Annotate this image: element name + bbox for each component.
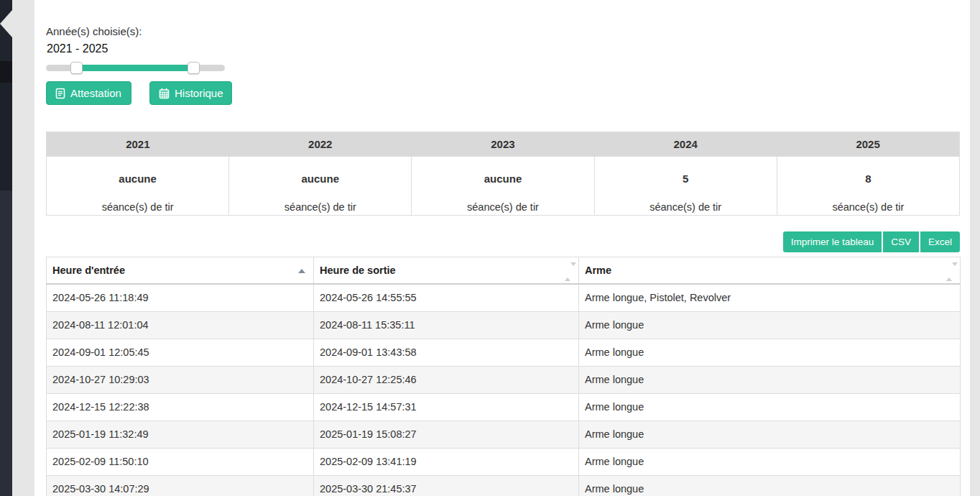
entry-time-cell: 2024-05-26 11:18:49 xyxy=(47,284,314,312)
session-row: 2025-03-30 14:07:29 2025-03-30 21:45:37 … xyxy=(47,475,961,496)
sidebar-segment xyxy=(0,83,12,190)
entry-time-cell: 2024-09-01 12:05:45 xyxy=(47,339,314,366)
slider-handle-max[interactable] xyxy=(188,62,200,74)
print-table-button[interactable]: Imprimer le tableau xyxy=(783,231,882,252)
summary-year-header: 2025 xyxy=(777,132,959,157)
summary-cell: 8 séance(s) de tir xyxy=(777,157,959,216)
exit-time-cell: 2024-10-27 12:25:46 xyxy=(314,366,579,393)
entry-time-cell: 2025-01-19 11:32:49 xyxy=(47,421,314,448)
entry-time-cell: 2025-02-09 11:50:10 xyxy=(47,448,314,475)
session-row: 2024-05-26 11:18:49 2024-05-26 14:55:55 … xyxy=(47,284,961,312)
content-card: Année(s) choisie(s): 2021 - 2025 Attesta… xyxy=(34,0,970,496)
historique-button-label: Historique xyxy=(175,87,223,99)
session-row: 2024-12-15 12:22:38 2024-12-15 14:57:31 … xyxy=(47,393,961,421)
year-range-slider[interactable] xyxy=(46,61,225,75)
exit-time-cell: 2024-09-01 13:43:58 xyxy=(314,339,579,366)
session-row: 2024-09-01 12:05:45 2024-09-01 13:43:58 … xyxy=(47,339,961,366)
exit-time-cell: 2024-05-26 14:55:55 xyxy=(314,284,579,312)
weapon-cell: Arme longue, Pistolet, Revolver xyxy=(579,284,961,312)
sidebar xyxy=(0,0,12,496)
summary-year-header: 2022 xyxy=(229,132,412,157)
exit-time-cell: 2025-02-09 13:41:19 xyxy=(314,448,579,475)
weapon-cell: Arme longue xyxy=(579,366,961,393)
summary-year-header: 2024 xyxy=(594,132,777,157)
summary-body-row: aucune séance(s) de tir aucune séance(s)… xyxy=(47,157,960,216)
weapon-cell: Arme longue xyxy=(579,448,961,475)
exit-time-cell: 2025-03-30 21:45:37 xyxy=(314,475,579,496)
sessions-table: Heure d'entrée Heure de sortie Arme 2024… xyxy=(46,257,961,496)
year-range-value: 2021 - 2025 xyxy=(47,42,108,55)
session-unit-label: séance(s) de tir xyxy=(595,201,777,213)
session-unit-label: séance(s) de tir xyxy=(47,201,228,213)
column-header-label: Arme xyxy=(585,265,611,276)
export-toolbar: Imprimer le tableau CSV Excel xyxy=(783,231,960,252)
session-unit-label: séance(s) de tir xyxy=(777,201,959,213)
sessions-header-row: Heure d'entrée Heure de sortie Arme xyxy=(47,257,961,284)
summary-cell: 5 séance(s) de tir xyxy=(594,157,777,216)
weapon-cell: Arme longue xyxy=(579,339,961,366)
session-count: 8 xyxy=(777,173,959,185)
sort-unsorted-icon xyxy=(565,266,570,277)
column-header-arme[interactable]: Arme xyxy=(579,257,961,284)
summary-header-row: 2021 2022 2023 2024 2025 xyxy=(47,132,960,157)
exit-time-cell: 2025-01-19 15:08:27 xyxy=(314,421,579,448)
entry-time-cell: 2025-03-30 14:07:29 xyxy=(47,475,314,496)
sort-unsorted-icon xyxy=(946,266,952,277)
summary-year-header: 2021 xyxy=(47,132,229,157)
session-row: 2024-10-27 10:29:03 2024-10-27 12:25:46 … xyxy=(47,366,961,393)
column-header-heure-entree[interactable]: Heure d'entrée xyxy=(47,257,314,284)
column-header-label: Heure de sortie xyxy=(320,265,396,276)
slider-handle-min[interactable] xyxy=(70,62,83,74)
session-row: 2024-08-11 12:01:04 2024-08-11 15:35:11 … xyxy=(47,311,961,339)
attestation-button[interactable]: Attestation xyxy=(46,81,131,105)
summary-cell: aucune séance(s) de tir xyxy=(412,157,594,216)
entry-time-cell: 2024-12-15 12:22:38 xyxy=(47,393,314,421)
slider-selected-range xyxy=(76,65,194,71)
column-header-heure-sortie[interactable]: Heure de sortie xyxy=(314,257,579,284)
historique-button[interactable]: Historique xyxy=(149,81,232,105)
excel-export-button[interactable]: Excel xyxy=(920,231,960,252)
csv-export-button[interactable]: CSV xyxy=(883,231,919,252)
collapse-sidebar-arrow-icon[interactable] xyxy=(0,10,12,37)
exit-time-cell: 2024-12-15 14:57:31 xyxy=(314,393,579,421)
weapon-cell: Arme longue xyxy=(579,421,961,448)
weapon-cell: Arme longue xyxy=(579,475,961,496)
document-icon xyxy=(55,88,65,99)
summary-cell: aucune séance(s) de tir xyxy=(229,157,412,216)
entry-time-cell: 2024-08-11 12:01:04 xyxy=(47,311,314,339)
sidebar-segment xyxy=(0,190,12,496)
yearly-summary-table: 2021 2022 2023 2024 2025 aucune séance(s… xyxy=(46,132,960,216)
entry-time-cell: 2024-10-27 10:29:03 xyxy=(47,366,314,393)
session-count: aucune xyxy=(47,173,228,185)
weapon-cell: Arme longue xyxy=(579,393,961,421)
session-count: aucune xyxy=(412,173,593,185)
exit-time-cell: 2024-08-11 15:35:11 xyxy=(314,311,579,339)
session-count: 5 xyxy=(595,173,777,185)
sort-ascending-icon xyxy=(298,269,305,273)
attestation-button-label: Attestation xyxy=(70,87,121,99)
session-row: 2025-02-09 11:50:10 2025-02-09 13:41:19 … xyxy=(47,448,961,475)
calendar-icon xyxy=(159,88,170,99)
session-row: 2025-01-19 11:32:49 2025-01-19 15:08:27 … xyxy=(47,421,961,448)
column-header-label: Heure d'entrée xyxy=(52,265,125,276)
sidebar-segment xyxy=(0,61,12,83)
session-count: aucune xyxy=(229,173,411,185)
session-unit-label: séance(s) de tir xyxy=(412,201,593,213)
session-unit-label: séance(s) de tir xyxy=(229,201,411,213)
weapon-cell: Arme longue xyxy=(579,311,961,339)
summary-cell: aucune séance(s) de tir xyxy=(47,157,229,216)
years-chosen-label: Année(s) choisie(s): xyxy=(46,25,142,37)
summary-year-header: 2023 xyxy=(412,132,594,157)
